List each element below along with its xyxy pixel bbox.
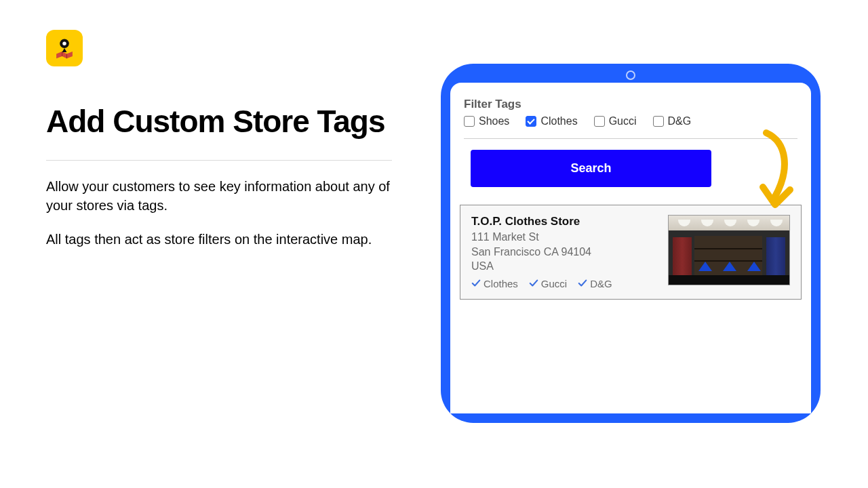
- description-para-2: All tags then act as store filters on th…: [46, 230, 392, 249]
- store-tag-label: Gucci: [541, 278, 567, 289]
- store-info: T.O.P. Clothes Store 111 Market St San F…: [471, 215, 657, 289]
- checkbox-icon[interactable]: [594, 116, 605, 127]
- feature-description: Allow your customers to see key informat…: [46, 177, 392, 249]
- device-notches: [441, 70, 821, 80]
- svg-point-1: [62, 41, 66, 45]
- heading-divider: [46, 160, 392, 161]
- store-name: T.O.P. Clothes Store: [471, 215, 657, 228]
- check-icon: [471, 279, 481, 288]
- device-frame: Filter Tags Shoes Clothes Gucci D&G: [441, 64, 821, 423]
- map-pin-icon: [53, 37, 76, 60]
- check-icon: [529, 279, 538, 288]
- store-tag-gucci: Gucci: [529, 278, 567, 289]
- filter-label: Gucci: [609, 115, 637, 127]
- store-tag-clothes: Clothes: [471, 278, 518, 289]
- filter-label: Shoes: [479, 115, 509, 127]
- filter-item-shoes[interactable]: Shoes: [464, 115, 509, 127]
- checkbox-checked-icon[interactable]: [526, 116, 536, 127]
- search-button[interactable]: Search: [471, 150, 711, 187]
- store-address-line-1: 111 Market St: [471, 230, 657, 245]
- filter-label: Clothes: [540, 115, 577, 127]
- camera-dot-icon: [626, 70, 635, 80]
- filter-item-dg[interactable]: D&G: [653, 115, 692, 127]
- store-address-line-3: USA: [471, 259, 657, 274]
- checkbox-icon[interactable]: [653, 116, 664, 127]
- store-tag-dg: D&G: [578, 278, 612, 289]
- store-photo: [668, 215, 790, 285]
- curved-arrow-icon: [743, 129, 797, 217]
- store-tag-label: D&G: [590, 278, 612, 289]
- store-tags-list: Clothes Gucci D&G: [471, 278, 657, 289]
- check-icon: [578, 279, 587, 288]
- store-tag-label: Clothes: [484, 278, 518, 289]
- filter-tags-title: Filter Tags: [464, 98, 797, 111]
- page-heading: Add Custom Store Tags: [46, 104, 399, 140]
- checkbox-icon[interactable]: [464, 116, 475, 127]
- description-para-1: Allow your customers to see key informat…: [46, 177, 392, 216]
- filter-item-clothes[interactable]: Clothes: [526, 115, 577, 127]
- filter-label: D&G: [668, 115, 692, 127]
- filter-item-gucci[interactable]: Gucci: [594, 115, 637, 127]
- store-address-line-2: San Francisco CA 94104: [471, 245, 657, 260]
- filter-tags-row: Shoes Clothes Gucci D&G: [464, 115, 797, 127]
- store-result-card[interactable]: T.O.P. Clothes Store 111 Market St San F…: [460, 205, 802, 300]
- app-icon: [46, 30, 83, 66]
